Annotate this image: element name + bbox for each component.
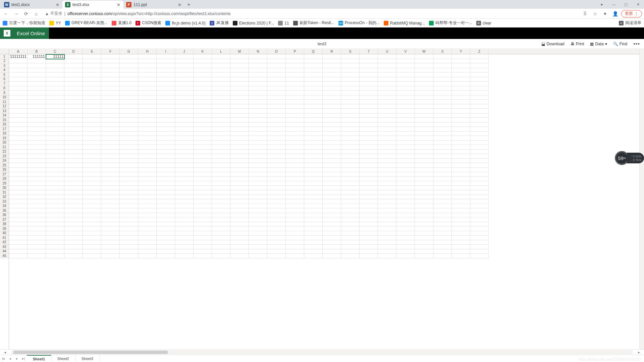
cell[interactable] xyxy=(323,118,341,122)
cell[interactable] xyxy=(323,208,341,213)
cell[interactable] xyxy=(433,199,452,204)
cell[interactable] xyxy=(415,254,433,258)
cell[interactable] xyxy=(267,68,286,73)
cell[interactable] xyxy=(415,132,433,136)
cell[interactable] xyxy=(378,199,396,204)
cell[interactable] xyxy=(83,168,101,172)
row-header[interactable]: 40 xyxy=(0,231,9,236)
cell[interactable] xyxy=(194,181,212,186)
cell[interactable] xyxy=(120,168,138,172)
cell[interactable] xyxy=(323,181,341,186)
row-header[interactable]: 17 xyxy=(0,127,9,132)
download-button[interactable]: ⬓Download xyxy=(541,42,564,46)
print-button[interactable]: 🖶Print xyxy=(571,42,584,46)
cell[interactable] xyxy=(9,249,28,254)
cell[interactable] xyxy=(433,163,452,168)
cell[interactable] xyxy=(323,199,341,204)
cell[interactable] xyxy=(286,145,304,150)
cell[interactable] xyxy=(83,199,101,204)
cell[interactable] xyxy=(267,63,286,68)
cell[interactable] xyxy=(452,249,470,254)
cell[interactable] xyxy=(120,236,138,240)
cell[interactable] xyxy=(46,154,64,159)
performance-widget[interactable]: 59% 0.1K/s 0.7K/s xyxy=(615,151,644,165)
cell[interactable] xyxy=(83,186,101,191)
cell[interactable] xyxy=(101,82,120,86)
cell[interactable] xyxy=(212,217,230,222)
cell[interactable] xyxy=(138,213,157,218)
cell[interactable] xyxy=(120,154,138,159)
cell[interactable] xyxy=(286,159,304,163)
cell[interactable] xyxy=(267,127,286,132)
cell[interactable] xyxy=(64,236,83,240)
cell[interactable] xyxy=(83,109,101,113)
cell[interactable] xyxy=(83,72,101,77)
column-header[interactable]: X xyxy=(433,49,452,54)
row-header[interactable]: 35 xyxy=(0,208,9,213)
cell[interactable] xyxy=(341,59,360,64)
cell[interactable] xyxy=(83,95,101,100)
cell[interactable] xyxy=(64,217,83,222)
cell[interactable] xyxy=(396,100,415,104)
cell[interactable] xyxy=(304,217,323,222)
cell[interactable] xyxy=(378,186,396,191)
cell[interactable] xyxy=(83,154,101,159)
cell[interactable] xyxy=(83,181,101,186)
cell[interactable] xyxy=(452,145,470,150)
row-header[interactable]: 3 xyxy=(0,63,9,68)
cell[interactable] xyxy=(323,132,341,136)
column-header[interactable]: Z xyxy=(470,49,489,54)
cell[interactable] xyxy=(433,213,452,218)
cell[interactable] xyxy=(249,159,267,163)
row-header[interactable]: 20 xyxy=(0,141,9,145)
cell[interactable] xyxy=(9,222,28,227)
cell[interactable] xyxy=(249,86,267,91)
cell[interactable] xyxy=(433,104,452,109)
cell[interactable] xyxy=(194,136,212,141)
cell[interactable] xyxy=(194,68,212,73)
cell[interactable] xyxy=(378,91,396,95)
cell[interactable] xyxy=(433,181,452,186)
cell[interactable] xyxy=(194,208,212,213)
cell[interactable] xyxy=(194,54,212,59)
cell[interactable] xyxy=(433,222,452,227)
cell[interactable] xyxy=(101,104,120,109)
cell[interactable] xyxy=(323,159,341,163)
update-button[interactable]: 更新⋮ xyxy=(621,10,642,17)
cell[interactable] xyxy=(267,199,286,204)
cell[interactable] xyxy=(470,141,489,145)
cell[interactable] xyxy=(64,195,83,200)
cell[interactable] xyxy=(230,63,249,68)
cell[interactable] xyxy=(46,163,64,168)
cell[interactable] xyxy=(9,208,28,213)
cell[interactable] xyxy=(267,100,286,104)
cell[interactable] xyxy=(120,77,138,82)
cell[interactable] xyxy=(396,222,415,227)
cell[interactable] xyxy=(323,226,341,231)
cell[interactable] xyxy=(249,150,267,154)
cell[interactable] xyxy=(396,136,415,141)
cell[interactable] xyxy=(212,91,230,95)
cell[interactable] xyxy=(101,181,120,186)
cell[interactable] xyxy=(360,159,378,163)
cell[interactable] xyxy=(138,95,157,100)
row-header[interactable]: 44 xyxy=(0,249,9,254)
cell[interactable] xyxy=(138,226,157,231)
cell[interactable] xyxy=(415,72,433,77)
cell[interactable] xyxy=(267,177,286,182)
cell[interactable] xyxy=(470,132,489,136)
cell[interactable] xyxy=(470,213,489,218)
cell[interactable] xyxy=(46,240,64,245)
cell[interactable] xyxy=(304,113,323,118)
cell[interactable] xyxy=(378,168,396,172)
cell[interactable] xyxy=(341,95,360,100)
cell[interactable] xyxy=(267,159,286,163)
cell[interactable] xyxy=(101,91,120,95)
cell[interactable] xyxy=(138,82,157,86)
cell[interactable] xyxy=(101,59,120,64)
cell[interactable] xyxy=(433,236,452,240)
cell[interactable] xyxy=(304,127,323,132)
cell[interactable] xyxy=(323,86,341,91)
cell[interactable] xyxy=(249,154,267,159)
cell[interactable] xyxy=(230,236,249,240)
